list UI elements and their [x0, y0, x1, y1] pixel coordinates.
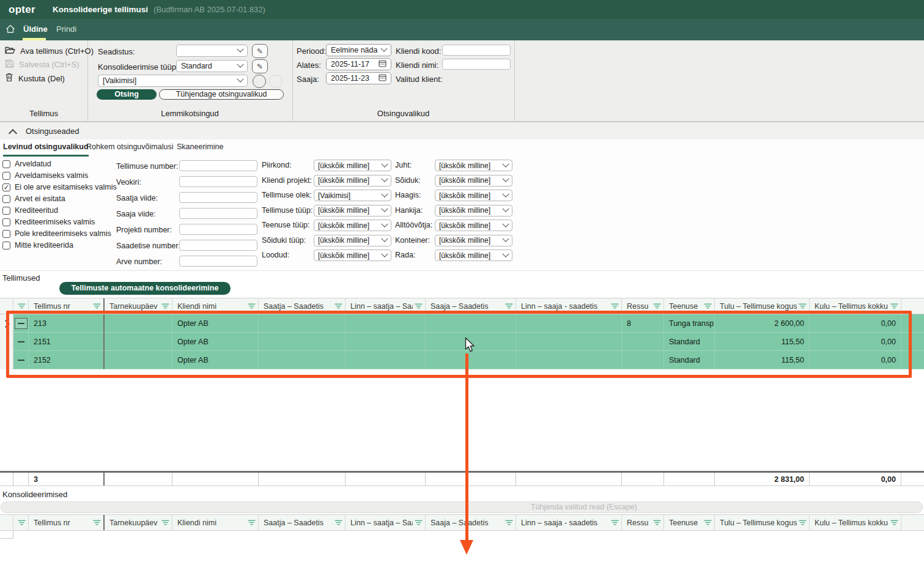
collapse-chevron-icon[interactable] — [9, 129, 17, 138]
checkbox-box[interactable] — [2, 230, 10, 238]
checkbox-pole-krediteerimiseks-valmis[interactable]: Pole krediteerimiseks valmis — [2, 229, 111, 238]
filter-left-select-2[interactable]: [ükskõik milline] — [314, 175, 391, 187]
checkbox-box[interactable] — [2, 160, 10, 168]
checkbox-mitte-krediteerida[interactable]: Mitte krediteerida — [2, 241, 73, 249]
favorite-circle-button-disabled[interactable] — [269, 75, 283, 88]
edit-seadistus-button[interactable]: ✎ — [252, 44, 268, 58]
filter-icon[interactable] — [161, 303, 169, 309]
field-input-4[interactable] — [179, 208, 257, 219]
checkbox-box[interactable] — [2, 195, 10, 203]
filter-icon[interactable] — [890, 520, 898, 525]
filter-icon[interactable] — [334, 520, 342, 525]
field-input-6[interactable] — [179, 240, 257, 251]
seadistus-select[interactable] — [176, 45, 248, 57]
filter-right-select-6[interactable]: [ükskõik milline] — [435, 235, 512, 246]
header-cell-8[interactable]: Ressu — [622, 515, 664, 530]
search-tab-2[interactable]: Rohkem otsinguvõimalusi — [86, 142, 173, 155]
filter-icon[interactable] — [799, 520, 807, 525]
auto-consolidate-button[interactable]: Tellimuste automaatne konsolideerimine — [59, 282, 231, 295]
edit-kons-tyyp-button[interactable]: ✎ — [252, 59, 268, 73]
header-cell-11[interactable]: Kulu – Tellimus kokku — [810, 515, 901, 530]
search-button[interactable]: Otsing — [97, 89, 157, 100]
filter-left-select-6[interactable]: [ükskõik milline] — [314, 235, 391, 246]
checkbox-box[interactable] — [2, 172, 10, 180]
checkbox-box[interactable] — [2, 207, 10, 215]
search-tab-3[interactable]: Skaneerimine — [177, 142, 223, 155]
filter-icon[interactable] — [93, 520, 101, 525]
header-cell-1[interactable]: Tellimus nr — [29, 515, 104, 530]
favorite-search-select[interactable]: [Vaikimisi] — [98, 75, 248, 87]
favorite-circle-button[interactable] — [253, 75, 266, 88]
checkbox-krediteerimiseks-valmis[interactable]: Krediteerimiseks valmis — [2, 218, 95, 226]
checkbox-arveldatud[interactable]: Arveldatud — [2, 160, 51, 168]
calendar-icon[interactable] — [379, 73, 386, 83]
delete-button[interactable]: Kustuta (Del) — [5, 73, 65, 84]
filter-right-select-4[interactable]: [ükskõik milline] — [435, 205, 512, 216]
filter-icon[interactable] — [505, 303, 513, 309]
field-input-5[interactable] — [179, 224, 257, 235]
filter-icon[interactable] — [890, 303, 898, 309]
header-cell-3[interactable]: Kliendi nimi — [172, 515, 259, 530]
filter-right-select-3[interactable]: [ükskõik milline] — [435, 190, 512, 201]
open-order-button[interactable]: Ava tellimus (Ctrl+O) — [5, 46, 94, 56]
header-cell-9[interactable]: Teenuse — [664, 515, 715, 530]
filter-icon[interactable] — [653, 520, 661, 525]
filter-left-select-7[interactable]: [ükskõik milline] — [314, 249, 391, 261]
clear-search-options-button[interactable]: Tühjendage otsinguvalikud — [159, 89, 284, 100]
filter-icon[interactable] — [334, 303, 342, 309]
filter-right-select-5[interactable]: [ükskõik milline] — [435, 220, 512, 231]
filter-icon[interactable] — [611, 520, 619, 525]
filter-left-select-5[interactable]: [ükskõik milline] — [314, 220, 391, 231]
tab-prindi[interactable]: Prindi — [56, 24, 76, 34]
filter-icon[interactable] — [704, 303, 712, 309]
filter-left-select-3[interactable]: [Vaikimisi] — [314, 190, 391, 201]
filter-icon[interactable] — [415, 303, 423, 309]
header-cell-collapse[interactable] — [13, 515, 29, 530]
filter-icon[interactable] — [415, 520, 423, 525]
checkbox-box[interactable] — [2, 218, 10, 226]
filter-icon[interactable] — [704, 520, 712, 525]
field-input-2[interactable] — [179, 176, 257, 187]
periood-select[interactable]: Eelmine näda — [326, 44, 391, 56]
header-cell-2[interactable]: Tarnekuupäev — [103, 515, 172, 530]
checkbox-krediteeritud[interactable]: Krediteeritud — [2, 206, 58, 215]
kliendi-nimi-input[interactable] — [442, 59, 511, 70]
filter-icon[interactable] — [505, 520, 513, 525]
filter-icon[interactable] — [93, 303, 101, 309]
header-cell-10[interactable]: Tulu – Tellimuse kogus — [715, 515, 810, 530]
field-input-7[interactable] — [179, 256, 257, 267]
filter-left-select-4[interactable]: [ükskõik milline] — [314, 205, 391, 216]
alates-date-input[interactable]: 2025-11-17 — [326, 58, 391, 70]
filter-icon[interactable] — [611, 303, 619, 309]
checkbox-box[interactable] — [2, 242, 10, 249]
otsinguseaded-header[interactable]: Otsinguseaded — [0, 122, 924, 139]
header-cell-7[interactable]: Linn – saaja - saadetis — [516, 515, 622, 530]
field-input-1[interactable] — [179, 160, 257, 171]
filter-icon[interactable] — [799, 303, 807, 309]
kliendi-kood-input[interactable] — [442, 45, 511, 56]
save-button[interactable]: Salvesta (Ctrl+S) — [5, 59, 79, 70]
saaja-date-input[interactable]: 2025-11-23 — [326, 72, 391, 84]
filter-icon[interactable] — [18, 520, 26, 525]
tab-uldine[interactable]: Üldine — [23, 24, 48, 34]
filter-right-select-1[interactable]: [ükskõik milline] — [435, 160, 512, 171]
kons-tyyp-select[interactable]: Standard — [176, 60, 248, 72]
home-icon[interactable] — [6, 24, 15, 35]
filter-left-select-1[interactable]: [ükskõik milline] — [314, 160, 391, 171]
filter-right-select-7[interactable]: [ükskõik milline] — [435, 249, 512, 261]
header-cell-4[interactable]: Saatja – Saadetis — [259, 515, 346, 530]
filter-right-select-2[interactable]: [ükskõik milline] — [435, 175, 512, 187]
filter-icon[interactable] — [248, 520, 256, 525]
checkbox-ei-ole-arve-esitamiseks-valmis[interactable]: ✓Ei ole arve esitamiseks valmis — [2, 183, 117, 191]
checkbox-box[interactable]: ✓ — [2, 183, 10, 191]
checkbox-arveldamiseks-valmis[interactable]: Arveldamiseks valmis — [2, 171, 88, 180]
header-cell-6[interactable]: Saaja – Saadetis — [426, 515, 516, 530]
header-cell-5[interactable]: Linn – saatja – Saa — [346, 515, 426, 530]
checkbox-arvet-ei-esitata[interactable]: Arvet ei esitata — [2, 194, 65, 203]
filter-icon[interactable] — [653, 303, 661, 309]
calendar-icon[interactable] — [379, 59, 386, 69]
filter-icon[interactable] — [18, 303, 26, 309]
filter-icon[interactable] — [248, 303, 256, 309]
clear-selected-rows-button[interactable] — [1, 501, 923, 513]
field-input-3[interactable] — [179, 192, 257, 203]
